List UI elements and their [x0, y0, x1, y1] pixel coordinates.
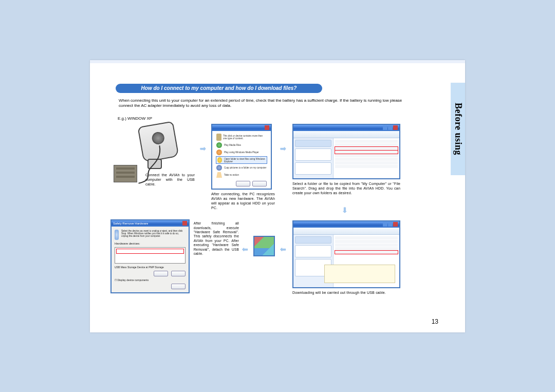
autoplay-prompt: This disk or device contains more than o… — [223, 135, 267, 140]
section-tab: Before using — [451, 83, 465, 175]
cancel-button[interactable] — [252, 181, 267, 186]
manual-page: Before using How do I connect to my comp… — [90, 60, 465, 332]
step-5: Safely Remove Hardware Select the device… — [110, 219, 239, 293]
step-2-caption: After connecting, the PC recognizes AVIA… — [211, 192, 275, 210]
drop-target-pane — [324, 265, 395, 283]
safely-remove-dialog-mock: Safely Remove Hardware Select the device… — [110, 219, 190, 293]
media-icons-cluster — [253, 236, 275, 256]
ok-button[interactable] — [236, 181, 250, 186]
arrow-down-icon: ⬇ — [342, 206, 348, 214]
titlebar — [212, 125, 271, 131]
top-border — [90, 60, 465, 63]
titlebar — [293, 221, 399, 228]
hardware-devices-label: Hardware devices: — [115, 242, 186, 245]
example-label: E.g.) WINDOW XP — [118, 116, 448, 121]
flow-diagram: Connect the AVIAh to your computer with … — [116, 124, 448, 309]
titlebar — [293, 125, 399, 131]
titlebar: Safely Remove Hardware — [112, 220, 189, 227]
stop-button[interactable] — [171, 271, 186, 276]
device-list — [115, 247, 186, 264]
page-number: 13 — [432, 318, 438, 325]
intro-text: When connecting this unit to your comput… — [119, 98, 406, 109]
autoplay-dialog-mock: This disk or device contains more than o… — [211, 124, 272, 190]
disk-icon — [115, 230, 119, 240]
device-detail: USB Mass Storage Device at PMP Storage — [115, 266, 186, 269]
arrow-right-icon: ➡ — [280, 144, 286, 153]
step-3: Select a folder or file to be copied fro… — [292, 124, 405, 195]
heading-pill: How do I connect to my computer and how … — [116, 84, 322, 93]
device-list-item[interactable] — [116, 249, 184, 254]
section-tab-label: Before using — [453, 102, 464, 155]
arrow-right-icon: ➡ — [200, 144, 206, 153]
explorer-window-mock — [292, 124, 400, 179]
step-5-caption: After finishing all downloads, execute "… — [194, 221, 239, 293]
toolbar — [293, 131, 399, 138]
step-3-caption: Select a folder or file to be copied fro… — [292, 181, 400, 195]
display-components-checkbox[interactable]: Display device components — [115, 278, 186, 282]
page-title: How do I connect to my computer and how … — [141, 85, 297, 91]
step-1: Connect the AVIAh to your computer with … — [116, 124, 198, 186]
step-4: Downloading will be carried out through … — [292, 220, 405, 295]
properties-button[interactable] — [154, 271, 168, 276]
copy-window-mock — [292, 220, 400, 288]
device-illustration — [116, 124, 193, 183]
arrow-left-icon: ⬅ — [242, 245, 248, 253]
arrow-left-icon: ⬅ — [280, 245, 286, 253]
dialog-title: Safely Remove Hardware — [113, 220, 148, 227]
usb-cable — [123, 141, 175, 189]
dialog-instruction: Select the device you want to unplug or … — [121, 230, 186, 237]
step-2: This disk or device contains more than o… — [211, 124, 283, 210]
explorer-file-list — [334, 138, 399, 178]
close-button[interactable] — [171, 284, 186, 289]
heading-row: How do I connect to my computer and how … — [116, 84, 448, 93]
toolbar — [293, 228, 399, 235]
step-4-caption: Downloading will be carried out through … — [292, 290, 400, 295]
explorer-sidebar — [293, 138, 334, 178]
